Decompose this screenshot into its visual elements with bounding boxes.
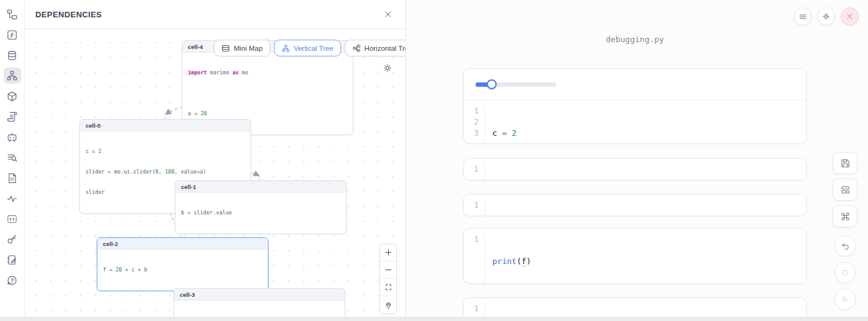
search-logs-icon[interactable]: [4, 149, 21, 165]
stop-icon: [841, 268, 849, 277]
notebook-settings-button[interactable]: [817, 7, 835, 25]
code-lines: c = 2 slider = mo.ui.slider(0, 100, valu…: [485, 105, 676, 144]
documentation-icon[interactable]: [4, 170, 21, 186]
zoom-in-button[interactable]: [380, 244, 396, 262]
fit-view-icon: [384, 283, 392, 291]
help-icon[interactable]: [4, 272, 21, 288]
left-icon-rail: [0, 0, 25, 321]
plus-icon: [384, 248, 392, 257]
logs-icon[interactable]: [4, 108, 21, 125]
graph-view-toolbar: Mini Map Vertical Tree Horizontal Tree: [214, 40, 405, 56]
secrets-icon[interactable]: [4, 231, 21, 247]
line-numbers: 1: [464, 200, 485, 216]
layout-icon: [840, 185, 851, 195]
database-icon[interactable]: [4, 47, 21, 63]
graph-node-title: cell-1: [175, 181, 346, 193]
save-icon: [840, 158, 851, 169]
line-numbers: 1: [464, 164, 485, 180]
graph-node-code: f = 20 + c + b: [97, 250, 268, 291]
cell-code-editor[interactable]: 1 f = 20 + c + b: [464, 195, 806, 216]
pin-view-button[interactable]: [380, 296, 396, 314]
fit-view-button[interactable]: [380, 279, 396, 296]
undo-button[interactable]: [835, 235, 856, 257]
mini-map-button[interactable]: Mini Map: [214, 40, 270, 56]
packages-icon[interactable]: [4, 88, 21, 104]
cell-code-editor[interactable]: 1 b = slider.value: [464, 159, 806, 180]
keyboard-shortcuts-button[interactable]: [833, 205, 857, 227]
slider-widget[interactable]: [476, 82, 556, 87]
ai-chat-icon[interactable]: [4, 129, 21, 145]
save-button[interactable]: [833, 152, 857, 174]
cell-code-editor[interactable]: 1 2 3 c = 2 slider = mo.ui.slider(0, 100…: [464, 100, 806, 144]
snippets-icon[interactable]: [4, 211, 21, 227]
graph-node-title: cell-0: [80, 120, 250, 131]
notebook-action-buttons: [833, 152, 857, 315]
notebook-cell-f[interactable]: 1 f = 20 + c + b: [463, 194, 807, 216]
graph-node-title: cell-2: [97, 238, 268, 250]
graph-node-cell-2[interactable]: cell-2 f = 20 + c + b: [97, 237, 268, 291]
code-lines: b = slider.value: [485, 164, 570, 180]
gear-icon: [382, 63, 393, 74]
dependencies-panel: DEPENDENCIES: [25, 0, 406, 321]
dependencies-panel-header: DEPENDENCIES: [25, 0, 405, 29]
horizontal-tree-button[interactable]: Horizontal Tree: [345, 40, 405, 56]
command-icon: [840, 211, 851, 222]
undo-icon: [841, 242, 850, 251]
graph-zoom-controls: [379, 244, 397, 314]
stop-button[interactable]: [835, 262, 856, 283]
bottom-scrollbar-strip[interactable]: [0, 317, 868, 321]
close-icon: [846, 12, 854, 20]
pin-icon: [384, 301, 392, 309]
notebook-cell-slider[interactable]: 1 2 3 c = 2 slider = mo.ui.slider(0, 100…: [463, 68, 807, 144]
notebook-panel: debugging.py 1 2 3 c = 2 slider = mo.ui.…: [407, 0, 868, 321]
line-numbers: 1: [464, 234, 485, 284]
minus-icon: [384, 266, 392, 274]
vertical-tree-icon: [281, 44, 290, 53]
play-icon: [841, 295, 849, 304]
zoom-out-button[interactable]: [380, 262, 396, 279]
notebook-cell-print[interactable]: 1 print(f) 42: [463, 228, 807, 284]
cell-code-editor[interactable]: 1 print(f): [464, 229, 806, 284]
shutdown-button[interactable]: [841, 7, 859, 25]
graph-settings-button[interactable]: [382, 63, 393, 74]
menu-icon: [799, 12, 807, 21]
graph-node-code: b = slider.value: [175, 193, 346, 234]
dependency-graph-icon[interactable]: [4, 68, 21, 84]
functions-icon[interactable]: [4, 27, 21, 43]
graph-node-cell-1[interactable]: cell-1 b = slider.value: [175, 180, 347, 234]
gear-icon: [822, 12, 831, 21]
dependencies-panel-title: DEPENDENCIES: [35, 10, 102, 19]
notebook-cell-b[interactable]: 1 b = slider.value: [463, 158, 807, 180]
dependency-graph-canvas[interactable]: cell-4 import marimo as mo a = 20 cell-0…: [25, 29, 405, 321]
cell-output-slider: [464, 69, 806, 100]
horizontal-tree-icon: [352, 44, 361, 53]
file-explorer-icon[interactable]: [4, 6, 21, 22]
notebook-window-buttons: [794, 7, 859, 25]
slider-handle[interactable]: [487, 79, 497, 89]
tracebacks-icon[interactable]: [4, 190, 21, 206]
vertical-tree-button[interactable]: Vertical Tree: [274, 40, 341, 56]
close-icon: [384, 10, 392, 19]
mini-map-icon: [221, 44, 230, 53]
close-dependencies-button[interactable]: [382, 8, 394, 20]
line-numbers: 1 2 3: [464, 105, 485, 144]
notebook-menu-button[interactable]: [794, 7, 812, 25]
code-lines: f = 20 + c + b: [485, 200, 560, 216]
run-button[interactable]: [835, 289, 856, 310]
graph-node-title: cell-3: [174, 289, 345, 301]
notebook-filename: debugging.py: [463, 35, 807, 44]
scratchpad-icon[interactable]: [4, 252, 21, 268]
code-lines: print(f): [485, 234, 531, 284]
app-config-button[interactable]: [833, 178, 857, 201]
